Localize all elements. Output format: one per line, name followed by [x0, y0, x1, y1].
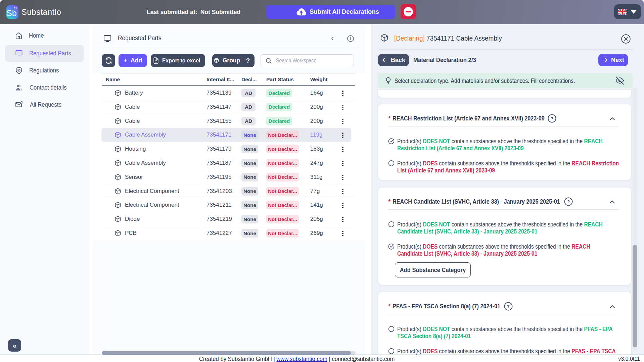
svg-text:?: ? [567, 199, 570, 204]
svg-text:?: ? [551, 116, 553, 121]
svg-text:?: ? [507, 304, 510, 309]
